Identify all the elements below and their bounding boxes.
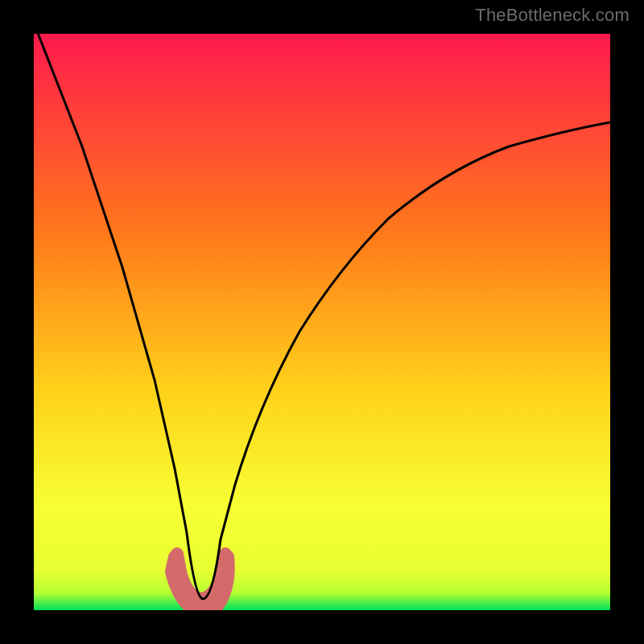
bottleneck-curve: [36, 34, 610, 599]
plot-area: [34, 34, 610, 610]
curve-layer: [34, 34, 610, 610]
chart-frame: TheBottleneck.com: [0, 0, 644, 644]
watermark-text: TheBottleneck.com: [475, 5, 630, 26]
